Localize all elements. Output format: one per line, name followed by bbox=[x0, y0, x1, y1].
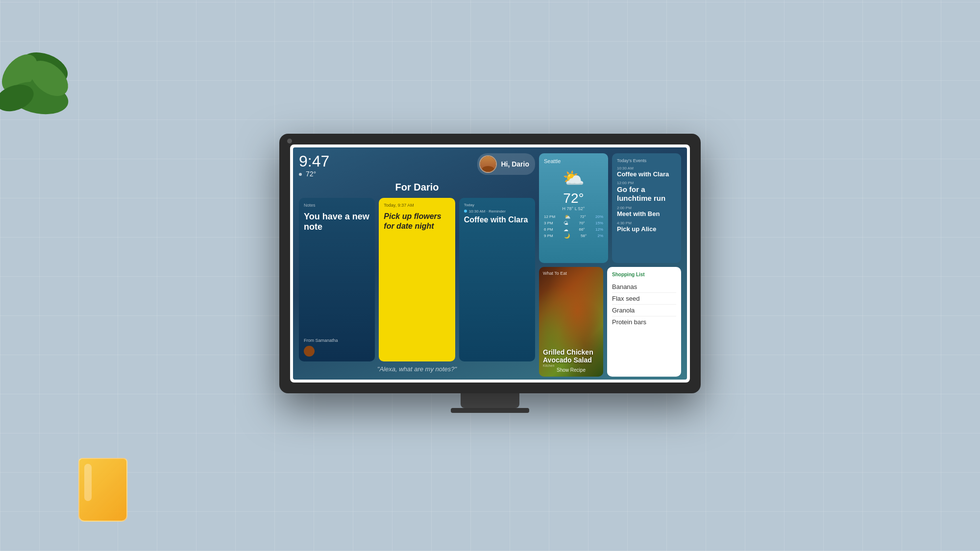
temp-dot bbox=[299, 173, 302, 176]
camera-dot bbox=[287, 139, 292, 144]
monitor-frame: 9:47 72° Hi, Dario bbox=[279, 134, 701, 393]
recipe-bottom: Grilled Chicken Avocado Salad Kitchen Sh… bbox=[543, 348, 599, 373]
event-card[interactable]: Today 10:30 AM · Reminder Coffee with Cl… bbox=[459, 198, 535, 361]
temp-value: 72° bbox=[306, 170, 316, 178]
monitor-stand bbox=[461, 393, 519, 408]
event-time-1: 12:00 PM bbox=[617, 181, 676, 185]
event-name-2: Meet with Ben bbox=[617, 210, 676, 218]
event-card-time-text: 10:30 AM · Reminder bbox=[469, 209, 506, 214]
forecast-rain-1: 15% bbox=[595, 221, 603, 225]
cards-row: Notes You have a new note From Samanatha… bbox=[299, 198, 535, 361]
recipe-name: Grilled Chicken Avocado Salad bbox=[543, 348, 599, 364]
event-card-label: Today bbox=[464, 203, 530, 207]
forecast-icon-3: 🌙 bbox=[564, 233, 570, 239]
forecast-time-0: 12 PM bbox=[544, 215, 555, 219]
event-time-2: 2:00 PM bbox=[617, 206, 676, 210]
event-name-3: Pick up Alice bbox=[617, 225, 676, 233]
events-panel[interactable]: Today's Events 10:30 AM Coffee with Clar… bbox=[612, 153, 681, 263]
event-name-0: Coffee with Clara bbox=[617, 170, 676, 178]
time-weather: 9:47 72° bbox=[299, 153, 329, 178]
event-item-2: 2:00 PM Meet with Ben bbox=[617, 206, 676, 218]
recipe-show-button[interactable]: Show Recipe bbox=[543, 367, 599, 373]
forecast-rain-3: 2% bbox=[597, 234, 603, 238]
avatar-face bbox=[480, 156, 496, 172]
recipe-overlay: What To Eat Grilled Chicken Avocado Sala… bbox=[539, 267, 603, 377]
forecast-row-0: 12 PM ⛅ 72° 20% bbox=[544, 214, 603, 219]
time-display: 9:47 bbox=[299, 153, 329, 169]
avatar bbox=[479, 155, 497, 173]
right-panels: Seattle ⛅ 72° H 78° L 52° 12 PM ⛅ 72° bbox=[539, 153, 681, 377]
events-title: Today's Events bbox=[617, 158, 676, 163]
user-greeting[interactable]: Hi, Dario bbox=[477, 153, 535, 175]
reminder-card[interactable]: Today, 9:37 AM Pick up flowers for date … bbox=[379, 198, 455, 361]
forecast-time-2: 6 PM bbox=[544, 227, 553, 232]
event-time-3: 4:30 PM bbox=[617, 221, 676, 225]
monitor: 9:47 72° Hi, Dario bbox=[279, 134, 701, 418]
event-card-time: 10:30 AM · Reminder bbox=[464, 209, 530, 214]
event-item-3: 4:30 PM Pick up Alice bbox=[617, 221, 676, 233]
top-right-row: Seattle ⛅ 72° H 78° L 52° 12 PM ⛅ 72° bbox=[539, 153, 681, 263]
main-panel: 9:47 72° Hi, Dario bbox=[299, 153, 535, 377]
forecast-time-3: 9 PM bbox=[544, 234, 553, 238]
event-item-0: 10:30 AM Coffee with Clara bbox=[617, 166, 676, 178]
forecast-row-2: 6 PM ☁ 66° 12% bbox=[544, 227, 603, 232]
juice-glass bbox=[78, 458, 127, 522]
reminder-card-date: Today, 9:37 AM bbox=[384, 203, 450, 208]
event-item-1: 12:00 PM Go for a lunchtime run bbox=[617, 181, 676, 203]
event-name-1: Go for a lunchtime run bbox=[617, 185, 676, 203]
shopping-item-2: Granola bbox=[612, 305, 676, 316]
monitor-base bbox=[451, 408, 529, 413]
shopping-item-0: Bananas bbox=[612, 281, 676, 293]
forecast-temp-0: 72° bbox=[580, 215, 586, 219]
weather-forecast: 12 PM ⛅ 72° 20% 3 PM 🌤 70° bbox=[544, 214, 603, 239]
weather-temp: 72° bbox=[563, 191, 584, 206]
bottom-right-row: What To Eat Grilled Chicken Avocado Sala… bbox=[539, 267, 681, 377]
event-card-today: Today bbox=[464, 203, 474, 207]
notes-card-title: You have a new note bbox=[304, 212, 370, 336]
forecast-rain-0: 20% bbox=[595, 215, 603, 219]
reminder-card-text: Pick up flowers for date night bbox=[384, 212, 450, 232]
forecast-row-3: 9 PM 🌙 58° 2% bbox=[544, 233, 603, 239]
shopping-item-3: Protein bars bbox=[612, 316, 676, 328]
monitor-inner: 9:47 72° Hi, Dario bbox=[290, 144, 690, 383]
event-time-0: 10:30 AM bbox=[617, 166, 676, 170]
for-dario-label: For Dario bbox=[299, 182, 535, 193]
weather-icon: ⛅ bbox=[563, 168, 585, 189]
temp-header: 72° bbox=[299, 170, 329, 178]
forecast-temp-3: 58° bbox=[581, 234, 587, 238]
forecast-icon-0: ⛅ bbox=[564, 214, 570, 219]
plant-decoration bbox=[0, 0, 98, 147]
forecast-icon-2: ☁ bbox=[564, 227, 568, 232]
screen-top: 9:47 72° Hi, Dario bbox=[293, 147, 687, 380]
header: 9:47 72° Hi, Dario bbox=[299, 153, 535, 178]
recipe-panel[interactable]: What To Eat Grilled Chicken Avocado Sala… bbox=[539, 267, 603, 377]
notes-card[interactable]: Notes You have a new note From Samanatha bbox=[299, 198, 375, 361]
weather-panel[interactable]: Seattle ⛅ 72° H 78° L 52° 12 PM ⛅ 72° bbox=[539, 153, 608, 263]
weather-city: Seattle bbox=[544, 158, 561, 164]
notes-card-from: From Samanatha bbox=[304, 338, 370, 343]
recipe-source: Kitchen bbox=[543, 364, 599, 367]
notes-card-label: Notes bbox=[304, 203, 370, 208]
forecast-time-1: 3 PM bbox=[544, 221, 553, 225]
screen: 9:47 72° Hi, Dario bbox=[293, 147, 687, 380]
shopping-panel[interactable]: Shopping List Bananas Flax seed Granola … bbox=[607, 267, 681, 377]
weather-range: H 78° L 52° bbox=[563, 206, 585, 211]
greeting-text: Hi, Dario bbox=[501, 160, 529, 168]
recipe-what-to-eat: What To Eat bbox=[543, 271, 599, 276]
event-card-title: Coffee with Clara bbox=[464, 216, 530, 357]
forecast-temp-2: 66° bbox=[579, 227, 585, 232]
alexa-prompt: "Alexa, what are my notes?" bbox=[299, 361, 535, 377]
shopping-item-1: Flax seed bbox=[612, 293, 676, 305]
reminder-dot bbox=[464, 210, 467, 213]
shopping-title: Shopping List bbox=[612, 272, 676, 277]
forecast-row-1: 3 PM 🌤 70° 15% bbox=[544, 220, 603, 226]
forecast-icon-1: 🌤 bbox=[564, 220, 568, 226]
notes-card-avatar bbox=[304, 346, 315, 357]
forecast-temp-1: 70° bbox=[579, 221, 585, 225]
forecast-rain-2: 12% bbox=[595, 227, 603, 232]
